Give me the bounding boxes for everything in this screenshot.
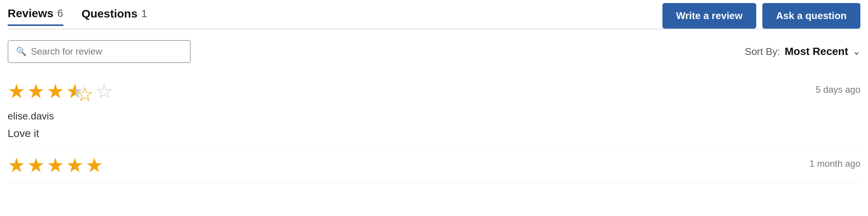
- search-icon: 🔍: [16, 47, 26, 56]
- reviews-list: ★ ★ ★ ★★☆ ☆ 5 days ago elise.davis Love …: [8, 74, 860, 183]
- star-4: ★★☆: [66, 81, 94, 104]
- tab-questions-label: Questions: [82, 7, 138, 20]
- stars-container: ★ ★ ★ ★★☆ ☆: [8, 81, 113, 104]
- star-2: ★: [27, 81, 45, 104]
- tab-questions[interactable]: Questions 1: [82, 7, 147, 25]
- star-3: ★: [47, 81, 64, 104]
- star-5: ★: [85, 155, 103, 175]
- tab-questions-count: 1: [141, 8, 147, 20]
- tabs-header: Reviews 6 Questions 1 Write a review Ask…: [8, 0, 860, 29]
- page-container: Reviews 6 Questions 1 Write a review Ask…: [0, 0, 868, 183]
- review-date: 5 days ago: [816, 84, 860, 95]
- star-1: ★: [8, 81, 26, 104]
- write-review-button[interactable]: Write a review: [662, 3, 756, 29]
- star-4: ★: [66, 155, 84, 175]
- sort-label: Sort By:: [745, 46, 780, 58]
- reviewer-name: elise.davis: [8, 110, 860, 122]
- review-text: Love it: [8, 127, 860, 140]
- tabs-right: Write a review Ask a question: [662, 3, 860, 29]
- review-date: 1 month ago: [810, 158, 860, 169]
- stars-container: ★ ★ ★ ★ ★: [8, 155, 103, 175]
- ask-question-button[interactable]: Ask a question: [762, 3, 860, 29]
- review-item: ★ ★ ★ ★★☆ ☆ 5 days ago elise.davis Love …: [8, 74, 860, 148]
- search-input[interactable]: [31, 46, 182, 57]
- sort-container[interactable]: Sort By: Most Recent ⌄: [745, 45, 860, 58]
- review-item: ★ ★ ★ ★ ★ 1 month ago: [8, 148, 860, 183]
- sort-value: Most Recent: [785, 45, 848, 58]
- chevron-down-icon: ⌄: [853, 46, 860, 57]
- tab-reviews[interactable]: Reviews 6: [8, 7, 63, 26]
- review-header: ★ ★ ★ ★★☆ ☆ 5 days ago: [8, 81, 860, 104]
- star-2: ★: [27, 155, 45, 175]
- review-header: ★ ★ ★ ★ ★ 1 month ago: [8, 155, 860, 175]
- search-sort-row: 🔍 Sort By: Most Recent ⌄: [8, 40, 860, 63]
- star-3: ★: [47, 155, 64, 175]
- search-box: 🔍: [8, 40, 191, 63]
- tab-reviews-label: Reviews: [8, 7, 53, 20]
- star-1: ★: [8, 155, 26, 175]
- star-5: ☆: [95, 81, 113, 104]
- tabs-left: Reviews 6 Questions 1: [8, 7, 147, 25]
- tab-reviews-count: 6: [57, 7, 63, 19]
